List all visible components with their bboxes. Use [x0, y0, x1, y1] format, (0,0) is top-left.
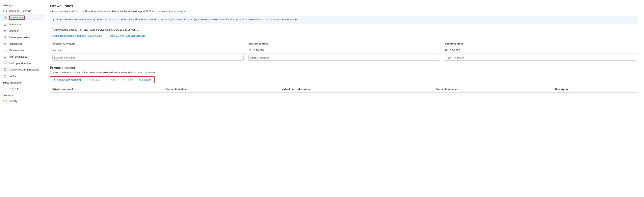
settings-section-title: Settings [0, 2, 44, 8]
cell-rule-name: testrule [50, 47, 246, 54]
svg-rect-4 [5, 16, 6, 17]
server-parameters-icon [3, 36, 7, 39]
col-end-ip: End IP address [442, 40, 638, 47]
approve-icon: ✓ [87, 78, 89, 82]
end-ip-input[interactable] [445, 55, 636, 61]
svg-rect-5 [4, 18, 5, 19]
info-icon: ℹ [53, 18, 54, 22]
cell-end-ip: 10.10.10.220 [442, 47, 638, 54]
cell-start-ip: 10.10.10.220 [246, 47, 442, 54]
maintenance-icon [3, 48, 7, 52]
pe-col-state: Connection state [163, 86, 279, 92]
sidebar-item-high-availability-label: High availability [9, 55, 27, 58]
allow-public-access-checkbox[interactable] [50, 28, 53, 31]
sidebar-item-backup-restore-label: Backup and restore [9, 62, 32, 65]
reject-label: Reject [109, 78, 116, 82]
info-banner-text: Some network environments may not report… [56, 18, 298, 21]
sidebar-item-networking-label: Networking [9, 16, 25, 20]
backup-restore-icon [3, 61, 7, 65]
svg-point-15 [4, 36, 5, 37]
add-private-endpoint-button[interactable]: ＋ Add private endpoint [50, 77, 84, 83]
sidebar-item-networking[interactable]: Networking [0, 14, 44, 21]
sidebar-item-replication[interactable]: Replication [0, 40, 44, 47]
private-endpoint-table: Private endpoint Connection state Virtua… [50, 86, 638, 93]
cell-start-ip-input [246, 54, 442, 62]
replication-icon [3, 42, 7, 46]
connect-icon [3, 29, 7, 33]
private-endpoint-title: Private endpoint [50, 66, 638, 70]
add-private-endpoint-label: Add private endpoint [57, 78, 81, 82]
sidebar-item-compute-storage-label: Compute + storage [9, 10, 31, 12]
sidebar-item-power-bi[interactable]: Power BI [0, 85, 44, 92]
firewall-rules-title: Firewall rules [50, 4, 638, 8]
sidebar-item-server-parameters-label: Server parameters [9, 36, 31, 39]
firewall-rules-table: Firewall rule name Start IP address End … [50, 40, 638, 62]
sidebar-item-connect-label: Connect [9, 30, 18, 32]
table-row: testrule 10.10.10.220 10.10.10.220 [50, 47, 638, 54]
refresh-icon: ↻ [139, 78, 141, 82]
reject-button[interactable]: ✕ Reject [103, 77, 119, 82]
help-icon: ⓘ [136, 28, 140, 32]
locks-icon [3, 74, 7, 78]
svg-point-27 [4, 100, 5, 101]
col-rule-name: Firewall rule name [50, 40, 246, 47]
svg-point-22 [5, 76, 5, 77]
cell-rule-name-input [50, 54, 246, 62]
pe-col-endpoint: Private endpoint [50, 86, 163, 92]
delete-button[interactable]: 🗑 Delete [119, 77, 136, 82]
reject-icon: ✕ [106, 78, 108, 82]
svg-point-3 [6, 11, 6, 12]
sidebar-item-locks[interactable]: Locks [0, 73, 44, 79]
sidebar-item-connect[interactable]: Connect [0, 28, 44, 34]
sidebar: Settings Compute + storage Networking Da… [0, 0, 44, 197]
svg-point-11 [4, 23, 6, 24]
sidebar-item-high-availability[interactable]: High availability [0, 54, 44, 60]
pe-col-connection-name: Connection name [433, 86, 552, 92]
high-availability-icon [3, 55, 7, 58]
sidebar-item-locks-label: Locks [9, 74, 16, 78]
svg-rect-6 [6, 18, 7, 19]
main-content: Firewall rules Inbound connections from … [44, 0, 644, 197]
refresh-label: Refresh [142, 78, 152, 82]
sidebar-item-databases[interactable]: Databases [0, 21, 44, 28]
add-icon: ＋ [53, 78, 56, 82]
table-row-input [50, 54, 638, 62]
svg-rect-25 [6, 88, 6, 90]
sidebar-item-identity[interactable]: Identity [0, 98, 44, 104]
col-start-ip: Start IP address [246, 40, 442, 47]
advisor-recommendations-icon [3, 68, 7, 71]
svg-rect-24 [5, 88, 6, 90]
private-endpoint-toolbar: ＋ Add private endpoint ✓ Approve ✕ Rejec… [50, 76, 155, 83]
networking-icon [4, 16, 7, 20]
approve-label: Approve [90, 78, 100, 82]
identity-icon [3, 99, 7, 103]
pe-col-network: Virtual network / subnet [279, 86, 433, 92]
add-range-link[interactable]: + Add 0.0.0.0 - 255.255.255.255 [108, 34, 146, 37]
allow-public-access-label: Allow public access from any Azure servi… [54, 28, 135, 31]
svg-point-17 [4, 38, 5, 38]
databases-icon [3, 22, 7, 26]
approve-button[interactable]: ✓ Approve [84, 77, 102, 82]
cell-end-ip-input [442, 54, 638, 62]
svg-point-16 [5, 37, 6, 38]
delete-icon: 🗑 [122, 78, 125, 82]
add-links-row: + Add current client IP address ( 101.0.… [50, 34, 638, 37]
start-ip-input[interactable] [248, 55, 440, 61]
pe-col-description: Description [552, 86, 638, 92]
add-client-ip-link[interactable]: + Add current client IP address ( 101.0.… [50, 34, 103, 37]
learn-more-link[interactable]: Learn more ↗ [169, 10, 186, 13]
sidebar-item-maintenance-label: Maintenance [9, 49, 24, 52]
sidebar-item-replication-label: Replication [9, 42, 22, 45]
svg-point-2 [6, 10, 6, 11]
sidebar-item-maintenance[interactable]: Maintenance [0, 47, 44, 54]
sidebar-item-databases-label: Databases [9, 23, 21, 26]
rule-name-input[interactable] [52, 55, 244, 61]
svg-point-20 [5, 69, 5, 69]
sidebar-item-compute-storage[interactable]: Compute + storage [0, 8, 44, 14]
sidebar-item-server-parameters[interactable]: Server parameters [0, 34, 44, 40]
security-section-title: Security [0, 92, 44, 98]
svg-rect-23 [4, 89, 4, 90]
sidebar-item-advisor-recommendations[interactable]: Advisor recommendations [0, 66, 44, 73]
refresh-button[interactable]: ↻ Refresh [136, 77, 154, 82]
sidebar-item-backup-restore[interactable]: Backup and restore [0, 60, 44, 66]
